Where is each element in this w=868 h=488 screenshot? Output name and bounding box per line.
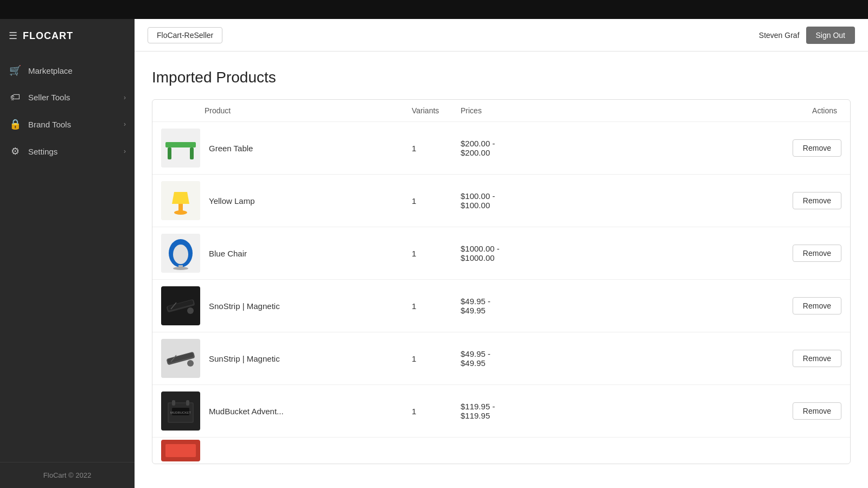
- sidebar-item-label: Seller Tools: [28, 93, 117, 102]
- svg-marker-5: [172, 192, 189, 204]
- sidebar: ☰ FLOCART 🛒 Marketplace 🏷 Seller Tools ›…: [0, 19, 135, 488]
- table-row: MUDBUCKET MudBucket Advent... 1 $119.95 …: [152, 385, 850, 438]
- product-image: [161, 129, 200, 168]
- table-row: [152, 438, 850, 464]
- svg-rect-0: [161, 129, 200, 168]
- sign-out-button[interactable]: Sign Out: [806, 27, 855, 44]
- product-name: Yellow Lamp: [205, 196, 412, 206]
- chevron-right-icon: ›: [124, 120, 126, 128]
- svg-text:MUDBUCKET: MUDBUCKET: [170, 411, 191, 414]
- remove-button[interactable]: Remove: [793, 139, 841, 157]
- svg-rect-31: [165, 444, 196, 457]
- sidebar-header: ☰ FLOCART: [0, 19, 135, 53]
- svg-rect-27: [186, 400, 189, 406]
- products-table: Product Variants Prices Actions: [152, 99, 851, 464]
- sidebar-item-label: Settings: [28, 147, 117, 156]
- product-price: $100.00 -$100.00: [461, 191, 569, 210]
- product-price: $49.95 -$49.95: [461, 349, 569, 368]
- store-tab[interactable]: FloCart-ReSeller: [148, 27, 222, 43]
- remove-button[interactable]: Remove: [793, 245, 841, 262]
- product-image: [161, 339, 200, 378]
- svg-rect-1: [165, 142, 196, 147]
- table-header: Product Variants Prices Actions: [152, 100, 850, 122]
- table-row: Yellow Lamp 1 $100.00 -$100.00 Remove: [152, 175, 850, 227]
- table-row: Blue Chair 1 $1000.00 -$1000.00 Remove: [152, 227, 850, 280]
- sidebar-item-label: Marketplace: [28, 66, 126, 75]
- product-actions: Remove: [776, 192, 841, 209]
- page-content: Imported Products Product Variants Price…: [135, 52, 868, 488]
- remove-button[interactable]: Remove: [793, 192, 841, 209]
- product-name: SunStrip | Magnetic: [205, 354, 412, 363]
- product-price: $119.95 -$119.95: [461, 402, 569, 420]
- product-variants: 1: [412, 354, 461, 363]
- product-actions: Remove: [776, 297, 841, 314]
- product-price: $200.00 -$200.00: [461, 139, 569, 157]
- col-header-prices: Prices: [461, 106, 569, 115]
- col-header-product: Product: [205, 106, 412, 115]
- svg-point-7: [174, 210, 187, 215]
- marketplace-icon: 🛒: [9, 65, 22, 76]
- svg-point-22: [187, 360, 194, 367]
- product-variants: 1: [412, 407, 461, 416]
- page-title: Imported Products: [152, 69, 851, 86]
- col-header-actions: Actions: [776, 106, 841, 115]
- sidebar-item-marketplace[interactable]: 🛒 Marketplace: [0, 57, 135, 84]
- table-row: SunStrip | Magnetic 1 $49.95 -$49.95 Rem…: [152, 332, 850, 385]
- app-logo: FLOCART: [23, 30, 73, 42]
- chevron-right-icon: ›: [124, 147, 126, 155]
- product-price: $49.95 -$49.95: [461, 297, 569, 315]
- sidebar-item-settings[interactable]: ⚙ Settings ›: [0, 138, 135, 165]
- sidebar-item-label: Brand Tools: [28, 120, 117, 129]
- main-content: FloCart-ReSeller Steven Graf Sign Out Im…: [135, 19, 868, 488]
- product-image: [161, 181, 200, 220]
- product-actions: Remove: [776, 350, 841, 367]
- user-name: Steven Graf: [759, 31, 800, 40]
- svg-point-12: [173, 267, 188, 270]
- table-row: SnoStrip | Magnetic 1 $49.95 -$49.95 Rem…: [152, 280, 850, 332]
- svg-point-10: [173, 245, 188, 264]
- product-variants: 1: [412, 196, 461, 206]
- svg-rect-26: [172, 400, 175, 406]
- col-header-empty: [569, 106, 776, 115]
- remove-button[interactable]: Remove: [793, 297, 841, 314]
- product-variants: 1: [412, 249, 461, 258]
- product-image: [161, 286, 200, 325]
- remove-button[interactable]: Remove: [793, 402, 841, 420]
- sidebar-item-brand-tools[interactable]: 🔒 Brand Tools ›: [0, 111, 135, 138]
- product-name: Blue Chair: [205, 249, 412, 258]
- seller-tools-icon: 🏷: [9, 92, 22, 103]
- settings-icon: ⚙: [9, 145, 22, 157]
- svg-point-17: [187, 307, 194, 314]
- sidebar-nav: 🛒 Marketplace 🏷 Seller Tools › 🔒 Brand T…: [0, 53, 135, 462]
- product-price: $1000.00 -$1000.00: [461, 244, 569, 262]
- brand-tools-icon: 🔒: [9, 118, 22, 130]
- col-header-variants: Variants: [412, 106, 461, 115]
- product-variants: 1: [412, 144, 461, 153]
- table-row: Green Table 1 $200.00 -$200.00 Remove: [152, 122, 850, 175]
- sidebar-item-seller-tools[interactable]: 🏷 Seller Tools ›: [0, 84, 135, 111]
- header-bar: FloCart-ReSeller Steven Graf Sign Out: [135, 19, 868, 52]
- svg-rect-3: [190, 147, 194, 159]
- hamburger-icon[interactable]: ☰: [9, 30, 17, 42]
- sidebar-footer: FloCart © 2022: [0, 462, 135, 488]
- product-variants: 1: [412, 301, 461, 311]
- col-header-image: [161, 106, 205, 115]
- user-area: Steven Graf Sign Out: [759, 27, 855, 44]
- product-actions: Remove: [776, 245, 841, 262]
- product-image: [161, 440, 200, 461]
- product-actions: Remove: [776, 139, 841, 157]
- product-name: MudBucket Advent...: [205, 407, 412, 416]
- svg-rect-2: [168, 147, 171, 159]
- remove-button[interactable]: Remove: [793, 350, 841, 367]
- product-image: MUDBUCKET: [161, 391, 200, 431]
- product-name: SnoStrip | Magnetic: [205, 301, 412, 311]
- product-image: [161, 234, 200, 273]
- product-actions: Remove: [776, 402, 841, 420]
- chevron-right-icon: ›: [124, 94, 126, 101]
- product-name: Green Table: [205, 144, 412, 153]
